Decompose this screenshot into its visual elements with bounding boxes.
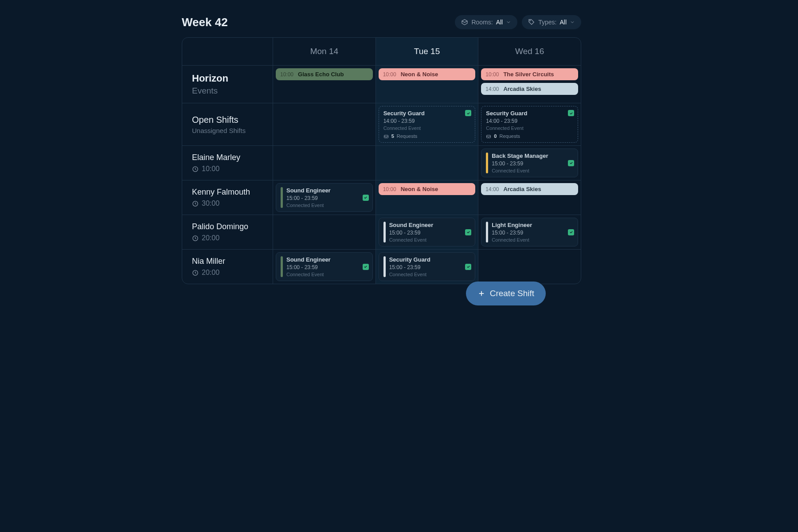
- box-icon: [461, 19, 468, 26]
- day-header[interactable]: Wed 16: [478, 38, 581, 65]
- check-icon: [465, 264, 471, 270]
- schedule-cell[interactable]: Back Stage Manager15:00 - 23:59Connected…: [478, 146, 581, 180]
- event-chip[interactable]: 10:00Glass Echo Club: [276, 68, 373, 80]
- schedule-cell[interactable]: Sound Engineer15:00 - 23:59Connected Eve…: [273, 250, 376, 284]
- event-chip[interactable]: 14:00Arcadia Skies: [481, 183, 578, 195]
- check-icon: [568, 229, 574, 235]
- rooms-value: All: [496, 19, 503, 26]
- schedule-cell[interactable]: [273, 146, 376, 180]
- chevron-down-icon: [570, 20, 575, 25]
- day-header[interactable]: Mon 14: [273, 38, 376, 65]
- svg-point-0: [530, 20, 530, 21]
- schedule-cell[interactable]: [273, 215, 376, 249]
- types-filter[interactable]: Types: All: [522, 15, 581, 29]
- event-chip[interactable]: 10:00Neon & Noise: [379, 183, 476, 195]
- shift-stripe: [486, 222, 488, 243]
- shift-stripe: [383, 256, 386, 277]
- shift-card[interactable]: Back Stage Manager15:00 - 23:59Connected…: [481, 149, 578, 177]
- create-shift-button[interactable]: Create Shift: [466, 282, 546, 305]
- shift-card[interactable]: Sound Engineer15:00 - 23:59Connected Eve…: [379, 218, 476, 246]
- row-label: Kenny Falmouth30:00: [182, 180, 273, 215]
- row-label: Palido Domingo20:00: [182, 215, 273, 249]
- schedule-cell[interactable]: Light Engineer15:00 - 23:59Connected Eve…: [478, 215, 581, 249]
- schedule-cell[interactable]: [478, 250, 581, 284]
- schedule-cell[interactable]: 10:00Glass Echo Club: [273, 66, 376, 103]
- shift-stripe: [281, 256, 283, 277]
- schedule-cell[interactable]: Security Guard15:00 - 23:59Connected Eve…: [376, 250, 479, 284]
- shift-stripe: [281, 187, 283, 208]
- row-label: Open ShiftsUnassigned Shifts: [182, 103, 273, 145]
- schedule-cell[interactable]: 10:00Neon & Noise: [376, 180, 479, 215]
- types-value: All: [559, 19, 567, 26]
- shift-card[interactable]: Light Engineer15:00 - 23:59Connected Eve…: [481, 218, 578, 246]
- plus-icon: [477, 289, 485, 297]
- types-label: Types:: [538, 19, 556, 26]
- schedule-cell[interactable]: Sound Engineer15:00 - 23:59Connected Eve…: [376, 215, 479, 249]
- shift-card[interactable]: Security Guard14:00 - 23:59Connected Eve…: [379, 106, 476, 143]
- shift-card[interactable]: Security Guard15:00 - 23:59Connected Eve…: [379, 252, 476, 281]
- shift-card[interactable]: Security Guard14:00 - 23:59Connected Eve…: [481, 106, 578, 143]
- schedule-cell[interactable]: 10:00The Silver Circuits14:00Arcadia Ski…: [478, 66, 581, 103]
- day-header[interactable]: Tue 15: [376, 38, 479, 65]
- row-label: HorizonEvents: [182, 66, 273, 103]
- schedule-cell[interactable]: Security Guard14:00 - 23:59Connected Eve…: [376, 103, 479, 145]
- event-chip[interactable]: 14:00Arcadia Skies: [481, 83, 578, 95]
- schedule-cell[interactable]: [273, 103, 376, 145]
- shift-card[interactable]: Sound Engineer15:00 - 23:59Connected Eve…: [276, 183, 373, 212]
- check-icon: [465, 229, 471, 235]
- check-icon: [568, 110, 574, 116]
- event-chip[interactable]: 10:00Neon & Noise: [379, 68, 476, 80]
- schedule-cell[interactable]: 10:00Neon & Noise: [376, 66, 479, 103]
- corner-cell: [182, 38, 273, 65]
- check-icon: [363, 195, 369, 201]
- schedule-cell[interactable]: [376, 146, 479, 180]
- shift-stripe: [486, 153, 488, 173]
- chevron-down-icon: [506, 20, 511, 25]
- week-title: Week 42: [182, 16, 228, 29]
- schedule-cell[interactable]: Sound Engineer15:00 - 23:59Connected Eve…: [273, 180, 376, 215]
- rooms-filter[interactable]: Rooms: All: [455, 15, 517, 29]
- shift-stripe: [383, 222, 386, 243]
- check-icon: [363, 264, 369, 270]
- rooms-label: Rooms:: [471, 19, 493, 26]
- row-label: Nia Miller20:00: [182, 250, 273, 284]
- event-chip[interactable]: 10:00The Silver Circuits: [481, 68, 578, 80]
- schedule-grid: Mon 14Tue 15Wed 16 HorizonEvents10:00Gla…: [182, 37, 581, 284]
- row-label: Elaine Marley10:00: [182, 146, 273, 180]
- check-icon: [465, 110, 471, 116]
- schedule-cell[interactable]: Security Guard14:00 - 23:59Connected Eve…: [478, 103, 581, 145]
- tag-icon: [528, 19, 535, 26]
- create-shift-label: Create Shift: [490, 289, 534, 298]
- shift-card[interactable]: Sound Engineer15:00 - 23:59Connected Eve…: [276, 252, 373, 281]
- check-icon: [568, 160, 574, 166]
- schedule-cell[interactable]: 14:00Arcadia Skies: [478, 180, 581, 215]
